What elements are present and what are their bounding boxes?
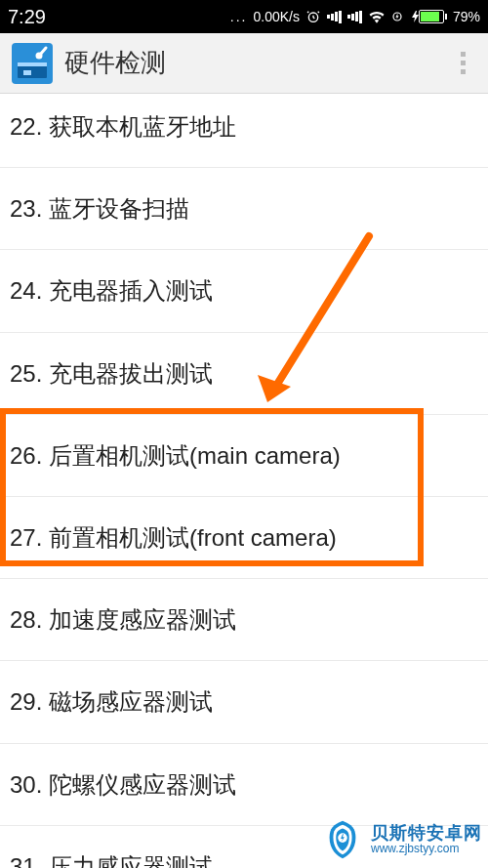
app-title: 硬件检测 [64, 46, 449, 80]
svg-point-7 [36, 52, 43, 59]
status-net-speed: 0.00K/s [253, 9, 299, 24]
list-item-label: 23. 蓝牙设备扫描 [10, 195, 189, 222]
list-item-label: 30. 陀螺仪感应器测试 [10, 771, 236, 798]
list-item[interactable]: 29. 磁场感应器测试 [0, 661, 488, 743]
status-time: 7:29 [8, 6, 46, 28]
list-item[interactable]: 26. 后置相机测试(main camera) [0, 415, 488, 497]
test-list: 22. 获取本机蓝牙地址 23. 蓝牙设备扫描 24. 充电器插入测试 25. … [0, 94, 488, 868]
list-item-label: 24. 充电器插入测试 [10, 277, 213, 304]
watermark-en: www.zjbstyy.com [371, 843, 482, 855]
overflow-dot-icon [461, 52, 466, 57]
watermark-cn: 贝斯特安卓网 [371, 824, 482, 844]
overflow-dot-icon [461, 61, 466, 65]
status-bar: 7:29 ... 0.00K/s 79% [0, 0, 488, 33]
flash-icon [391, 9, 403, 24]
list-item[interactable]: 24. 充电器插入测试 [0, 250, 488, 332]
list-item-label: 31. 压力感应器测试 [10, 853, 213, 868]
wifi-icon [368, 10, 386, 23]
signal-icon-2 [347, 10, 362, 23]
list-item[interactable]: 27. 前置相机测试(front camera) [0, 497, 488, 579]
svg-rect-4 [18, 62, 47, 66]
list-item-label: 29. 磁场感应器测试 [10, 688, 213, 715]
list-item-label: 28. 加速度感应器测试 [10, 606, 236, 633]
list-item[interactable]: 28. 加速度感应器测试 [0, 579, 488, 661]
svg-rect-5 [23, 70, 31, 75]
status-battery-pct: 79% [453, 9, 480, 24]
battery-icon [409, 10, 447, 23]
watermark-text: 贝斯特安卓网 www.zjbstyy.com [371, 824, 482, 856]
app-bar: 硬件检测 [0, 33, 488, 94]
alarm-icon [305, 9, 321, 24]
app-icon [12, 43, 53, 84]
overflow-dot-icon [461, 69, 466, 74]
list-item[interactable]: 23. 蓝牙设备扫描 [0, 168, 488, 250]
list-item-label: 27. 前置相机测试(front camera) [10, 524, 337, 551]
overflow-menu-button[interactable] [449, 43, 476, 84]
watermark-logo-icon [320, 817, 365, 862]
watermark: 贝斯特安卓网 www.zjbstyy.com [320, 817, 482, 862]
list-item-label: 25. 充电器拔出测试 [10, 360, 213, 387]
list-item[interactable]: 22. 获取本机蓝牙地址 [0, 94, 488, 168]
status-dots-icon: ... [230, 9, 248, 24]
status-right: ... 0.00K/s 79% [46, 9, 480, 24]
signal-icon [327, 10, 342, 23]
list-item-label: 26. 后置相机测试(main camera) [10, 442, 341, 469]
list-item-label: 22. 获取本机蓝牙地址 [10, 113, 236, 140]
list-item[interactable]: 25. 充电器拔出测试 [0, 333, 488, 415]
list-item[interactable]: 30. 陀螺仪感应器测试 [0, 744, 488, 826]
